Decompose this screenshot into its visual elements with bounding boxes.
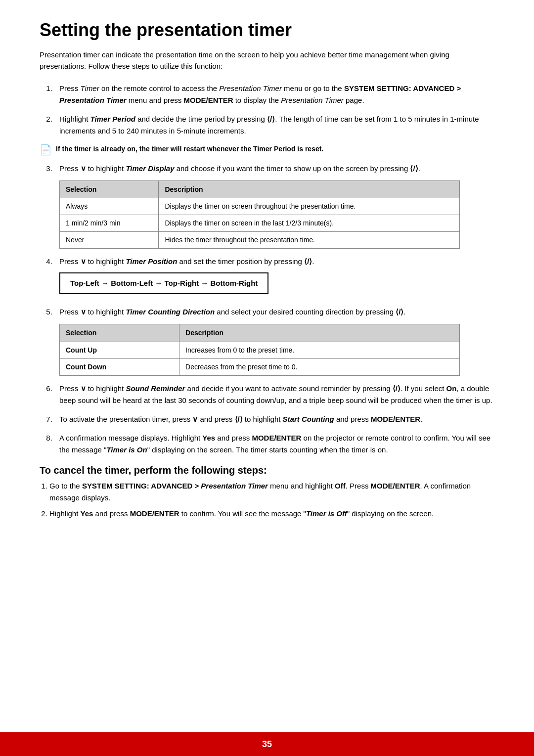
step-6-text: Press ∨ to highlight Sound Reminder and … [59, 384, 492, 404]
step-4: Press ∨ to highlight Timer Position and … [54, 256, 494, 299]
count-up-desc: Increases from 0 to the preset time. [179, 342, 460, 358]
timer-display-table: Selection Description Always Displays th… [59, 180, 460, 249]
row-1-col-2: Displays the timer on screen throughout … [159, 198, 459, 215]
cancel-step-1: Go to the SYSTEM SETTING: ADVANCED > Pre… [49, 480, 494, 504]
count-down-label: Count Down [60, 358, 179, 375]
main-steps-list: Press Timer on the remote control to acc… [54, 83, 494, 137]
position-sequence: Top-Left → Bottom-Left → Top-Right → Bot… [70, 279, 258, 287]
cancel-section: To cancel the timer, perform the followi… [40, 465, 494, 520]
step-1: Press Timer on the remote control to acc… [54, 83, 494, 106]
step-5: Press ∨ to highlight Timer Counting Dire… [54, 306, 494, 375]
main-steps-list-2: Press ∨ to highlight Timer Display and c… [54, 163, 494, 456]
step-2-text: Highlight Timer Period and decide the ti… [59, 115, 479, 135]
table-row: 1 min/2 min/3 min Displays the timer on … [60, 215, 460, 232]
step-1-text: Press Timer on the remote control to acc… [59, 84, 461, 104]
cancel-step-1-text: Go to the SYSTEM SETTING: ADVANCED > Pre… [49, 482, 471, 502]
row-1-col-1: Always [60, 198, 159, 215]
cancel-steps-list: Go to the SYSTEM SETTING: ADVANCED > Pre… [49, 480, 494, 520]
col-header-selection: Selection [60, 181, 159, 198]
page-content: Setting the presentation timer Presentat… [0, 0, 534, 563]
page-footer: 35 [0, 732, 534, 756]
table-row: Count Down Decreases from the preset tim… [60, 358, 460, 375]
step-2: Highlight Timer Period and decide the ti… [54, 113, 494, 137]
step-3-text: Press ∨ to highlight Timer Display and c… [59, 164, 420, 173]
table-row: Never Hides the timer throughout the pre… [60, 232, 460, 249]
table-row: Count Up Increases from 0 to the preset … [60, 342, 460, 358]
col-header-selection-2: Selection [60, 324, 179, 342]
cancel-step-2: Highlight Yes and press MODE/ENTER to co… [49, 508, 494, 520]
row-3-col-1: Never [60, 232, 159, 249]
count-down-desc: Decreases from the preset time to 0. [179, 358, 460, 375]
col-header-description-2: Description [179, 324, 460, 342]
position-sequence-box: Top-Left → Bottom-Left → Top-Right → Bot… [59, 272, 268, 294]
step-7-text: To activate the presentation timer, pres… [59, 415, 422, 423]
step-8: A confirmation message displays. Highlig… [54, 432, 494, 456]
step-5-text: Press ∨ to highlight Timer Counting Dire… [59, 308, 406, 316]
count-up-label: Count Up [60, 342, 179, 358]
note-box: 📄 If the timer is already on, the timer … [40, 144, 494, 156]
row-3-col-2: Hides the timer throughout the presentat… [159, 232, 459, 249]
intro-paragraph: Presentation timer can indicate the pres… [40, 49, 494, 72]
step-6: Press ∨ to highlight Sound Reminder and … [54, 383, 494, 406]
step-4-text: Press ∨ to highlight Timer Position and … [59, 257, 314, 266]
note-icon: 📄 [40, 144, 52, 156]
row-2-col-1: 1 min/2 min/3 min [60, 215, 159, 232]
step-8-text: A confirmation message displays. Highlig… [59, 434, 490, 454]
step-3: Press ∨ to highlight Timer Display and c… [54, 163, 494, 249]
row-2-col-2: Displays the timer on screen in the last… [159, 215, 459, 232]
cancel-heading: To cancel the timer, perform the followi… [40, 465, 494, 476]
counting-direction-table: Selection Description Count Up Increases… [59, 324, 460, 375]
page-number: 35 [262, 739, 272, 750]
page-title: Setting the presentation timer [40, 20, 494, 41]
cancel-step-2-text: Highlight Yes and press MODE/ENTER to co… [49, 509, 434, 518]
note-text: If the timer is already on, the timer wi… [56, 144, 323, 154]
col-header-description: Description [159, 181, 459, 198]
table-row: Always Displays the timer on screen thro… [60, 198, 460, 215]
step-7: To activate the presentation timer, pres… [54, 413, 494, 425]
